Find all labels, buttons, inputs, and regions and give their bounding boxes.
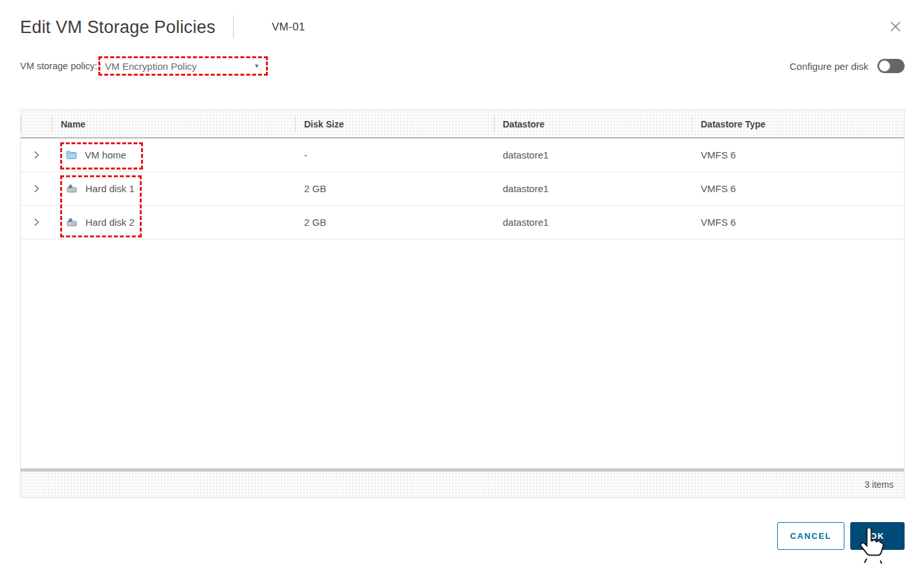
disk-size-cell: 2 GB: [295, 217, 494, 228]
close-icon: [888, 19, 903, 36]
datastore-type-cell: VMFS 6: [692, 149, 904, 160]
folder-icon: [66, 150, 77, 160]
name-cell: Hard disk 1: [52, 183, 295, 194]
name-cell: VM home: [52, 149, 295, 160]
column-header-datastore-type[interactable]: Datastore Type: [692, 110, 904, 138]
configure-per-disk-toggle[interactable]: [877, 59, 905, 73]
table-footer: 3 items: [21, 472, 904, 497]
table-empty-area: [21, 239, 904, 468]
cancel-button[interactable]: CANCEL: [777, 522, 844, 550]
expand-cell: [21, 147, 52, 162]
datastore-cell: datastore1: [494, 149, 692, 160]
dialog-actions: CANCEL OK: [0, 522, 905, 550]
row-name-label: VM home: [85, 149, 126, 160]
toggle-knob: [879, 60, 890, 72]
title-separator: [233, 16, 234, 39]
column-header-datastore[interactable]: Datastore: [494, 110, 692, 138]
close-button[interactable]: [886, 18, 905, 36]
expand-chevron-icon[interactable]: [29, 215, 44, 230]
configure-per-disk-group: Configure per disk: [789, 59, 905, 73]
disk-size-cell: -: [295, 149, 494, 160]
expand-chevron-icon[interactable]: [29, 181, 44, 196]
dialog-subtitle-vm-name: VM-01: [272, 21, 305, 34]
datastore-type-cell: VMFS 6: [692, 217, 904, 228]
row-name-label: Hard disk 1: [85, 183, 135, 194]
disk-size-cell: 2 GB: [295, 183, 494, 194]
expand-cell: [21, 181, 52, 196]
row-name-label: Hard disk 2: [85, 217, 135, 228]
ok-button[interactable]: OK: [850, 522, 905, 550]
column-header-disk-size[interactable]: Disk Size: [295, 110, 494, 138]
items-count: 3 items: [864, 479, 894, 490]
dropdown-caret-icon: ▼: [254, 63, 259, 69]
hard-disk-icon: [66, 184, 78, 193]
name-cell: Hard disk 2: [52, 217, 295, 228]
storage-policy-row: VM storage policy: VM Encryption Policy …: [0, 56, 924, 76]
vm-storage-policy-selected-value: VM Encryption Policy: [105, 61, 197, 72]
datastore-cell: datastore1: [494, 183, 692, 194]
datastore-cell: datastore1: [494, 217, 692, 228]
datastore-type-cell: VMFS 6: [692, 183, 904, 194]
expand-cell: [21, 215, 52, 230]
header-expand-column: .: [21, 110, 52, 138]
vm-storage-policy-label: VM storage policy:: [20, 61, 97, 71]
vm-storage-policy-select[interactable]: VM Encryption Policy ▼: [98, 56, 268, 76]
hard-disk-icon: [66, 217, 78, 227]
table-header-row: . Name Disk Size Datastore Datastore Typ…: [21, 110, 904, 138]
configure-per-disk-label: Configure per disk: [789, 61, 868, 72]
column-header-name[interactable]: Name: [52, 110, 295, 138]
dialog-title: Edit VM Storage Policies: [20, 17, 215, 38]
table-row-vm-home[interactable]: VM home - datastore1 VMFS 6: [21, 138, 904, 172]
storage-policies-table: . Name Disk Size Datastore Datastore Typ…: [20, 109, 905, 498]
dialog-header: Edit VM Storage Policies VM-01: [0, 0, 924, 40]
table-row-hard-disk-1[interactable]: Hard disk 1 2 GB datastore1 VMFS 6: [21, 172, 904, 206]
expand-chevron-icon[interactable]: [29, 147, 44, 162]
table-row-hard-disk-2[interactable]: Hard disk 2 2 GB datastore1 VMFS 6: [21, 206, 904, 239]
